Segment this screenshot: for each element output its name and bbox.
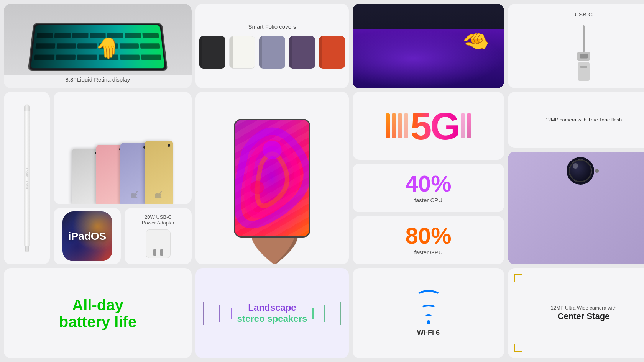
back-flash — [595, 169, 599, 173]
ipad-main-screen — [235, 120, 309, 236]
ipad-hand-container: 🤎 — [196, 92, 349, 264]
cpu-percent: 40% — [405, 172, 451, 195]
wifi-card: Wi-Fi 6 — [353, 268, 504, 358]
center-stage-card: 12MP Ultra Wide camera with Center Stage — [508, 268, 644, 358]
wifi-dot — [427, 320, 430, 324]
folio-title: Smart Folio covers — [248, 23, 296, 30]
ipad-main-device — [234, 119, 310, 238]
ipad-main-card: 🤎 — [196, 92, 349, 264]
folio-card: Smart Folio covers — [196, 4, 349, 88]
fiveg-display: 5G — [386, 107, 471, 145]
col4-row2: 5G 40% faster CPU 80% faster GPU — [353, 92, 504, 264]
svg-point-1 — [263, 141, 281, 159]
fiveg-card: 5G — [353, 92, 504, 160]
gpu-label: faster GPU — [414, 249, 442, 256]
colors-bottom-row: iPadOS 20W USB-CPower Adapter — [54, 208, 192, 264]
folio-swatches — [199, 36, 345, 69]
prong-left — [153, 249, 156, 256]
pencil-card: Apple Pencil — [4, 92, 50, 264]
adapter-card: 20W USB-CPower Adapter — [125, 208, 192, 264]
wifi-arc-small — [425, 314, 432, 318]
wifi-arc-large — [416, 290, 441, 303]
svg-point-2 — [250, 181, 264, 194]
swatch-black — [199, 36, 225, 69]
usbc-label: USB-C — [575, 11, 593, 18]
camera-visual-card — [508, 152, 644, 264]
camera-back-label: 12MP camera with True Tone flash — [545, 116, 622, 123]
speakers-landscape: Landscape — [237, 302, 307, 313]
speakers-stereo: stereo speakers — [237, 313, 307, 324]
col5-row2: 12MP camera with True Tone flash — [508, 92, 644, 264]
ipadOS-tile: iPadOS — [62, 211, 112, 261]
wifi-label: Wi-Fi 6 — [417, 329, 440, 337]
ipados-card: iPadOS — [54, 208, 121, 264]
swatch-lavender — [259, 36, 285, 69]
wave-r3 — [327, 302, 341, 325]
wave-l2 — [219, 305, 229, 322]
battery-life: battery life — [59, 313, 136, 330]
usbc-card: USB-C — [508, 4, 644, 88]
wave-l3 — [203, 302, 217, 325]
gpu-card: 80% faster GPU — [353, 216, 504, 264]
ipad-back-view — [508, 152, 644, 264]
adapter-body — [146, 229, 171, 258]
corner-bl — [514, 344, 522, 352]
cpu-label: faster CPU — [414, 197, 442, 203]
speakers-content: Landscape stereo speakers — [237, 302, 307, 324]
center-stage-sub: 12MP Ultra Wide camera with — [551, 305, 617, 311]
center-stage-text: 12MP Ultra Wide camera with Center Stage — [551, 305, 617, 322]
right-waves — [307, 302, 341, 325]
prong-right — [160, 249, 163, 256]
wifi-arc-medium — [421, 305, 437, 313]
colors-top-card — [54, 92, 192, 204]
back-lens — [569, 159, 592, 182]
pencil-text: Apple Pencil — [26, 168, 28, 190]
display-label: 8.3" Liquid Retina display — [66, 76, 130, 83]
corner-tl — [514, 274, 522, 282]
left-waves — [203, 302, 238, 325]
ipadOS-label: iPadOS — [68, 230, 107, 242]
wave-r2 — [315, 305, 325, 322]
camera-label-card: 12MP camera with True Tone flash — [508, 92, 644, 148]
cpu-card: 40% faster CPU — [353, 164, 504, 212]
battery-all-day: All-day — [59, 296, 136, 313]
wifi-icon — [416, 290, 441, 324]
battery-text: All-day battery life — [59, 296, 136, 330]
swatch-white — [229, 36, 255, 69]
adapter-prongs — [153, 249, 163, 256]
gpu-percent: 80% — [405, 224, 451, 247]
swatch-red — [319, 36, 345, 69]
display-card: 🤚 8.3" Liquid Retina display — [4, 4, 192, 88]
speakers-card: Landscape stereo speakers — [196, 268, 349, 358]
center-stage-main: Center Stage — [551, 311, 617, 321]
wave-r1 — [307, 308, 314, 319]
touchid-card: Touch ID 🤏 — [353, 4, 504, 88]
swatch-plum — [289, 36, 315, 69]
wave-l1 — [231, 308, 238, 319]
usbc-connector — [577, 25, 590, 81]
col2-row2: iPadOS 20W USB-CPower Adapter — [54, 92, 192, 264]
fiveg-number: 5G — [411, 107, 458, 145]
adapter-label: 20W USB-CPower Adapter — [142, 214, 174, 226]
battery-card: All-day battery life — [4, 268, 192, 358]
